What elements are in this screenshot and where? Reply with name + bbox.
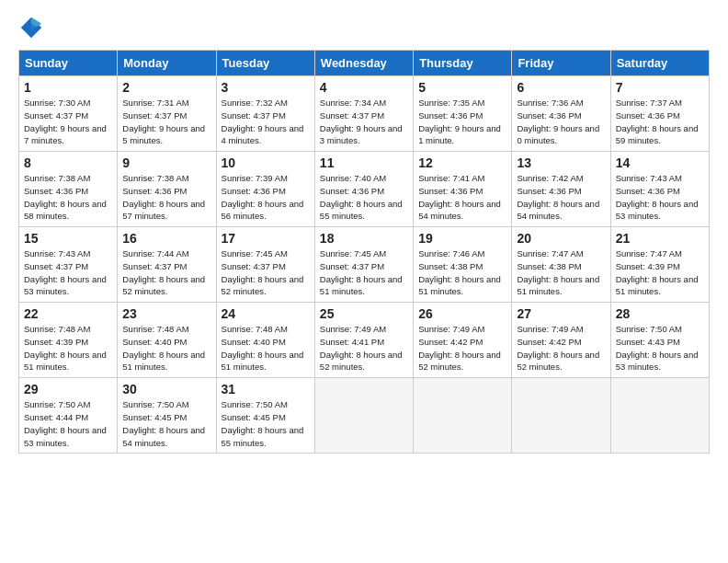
day-number: 31 bbox=[222, 382, 310, 396]
calendar-cell: 2 Sunrise: 7:31 AM Sunset: 4:37 PM Dayli… bbox=[118, 76, 216, 152]
day-detail: Sunrise: 7:39 AM Sunset: 4:36 PM Dayligh… bbox=[222, 172, 310, 223]
day-number: 29 bbox=[24, 382, 112, 396]
calendar-cell: 4 Sunrise: 7:34 AM Sunset: 4:37 PM Dayli… bbox=[314, 76, 413, 152]
calendar-cell: 3 Sunrise: 7:32 AM Sunset: 4:37 PM Dayli… bbox=[216, 76, 314, 152]
day-detail: Sunrise: 7:43 AM Sunset: 4:36 PM Dayligh… bbox=[616, 172, 704, 223]
calendar-cell: 1 Sunrise: 7:30 AM Sunset: 4:37 PM Dayli… bbox=[19, 76, 118, 152]
calendar-header-row: SundayMondayTuesdayWednesdayThursdayFrid… bbox=[19, 51, 710, 76]
calendar-week-1: 1 Sunrise: 7:30 AM Sunset: 4:37 PM Dayli… bbox=[19, 76, 710, 152]
day-detail: Sunrise: 7:34 AM Sunset: 4:37 PM Dayligh… bbox=[320, 97, 408, 147]
calendar-cell: 18 Sunrise: 7:45 AM Sunset: 4:37 PM Dayl… bbox=[314, 227, 413, 303]
day-number: 3 bbox=[222, 80, 310, 95]
calendar-cell bbox=[414, 378, 512, 454]
calendar-cell: 26 Sunrise: 7:49 AM Sunset: 4:42 PM Dayl… bbox=[414, 303, 512, 378]
day-detail: Sunrise: 7:50 AM Sunset: 4:45 PM Dayligh… bbox=[122, 398, 210, 449]
day-number: 9 bbox=[122, 155, 210, 170]
day-detail: Sunrise: 7:37 AM Sunset: 4:36 PM Dayligh… bbox=[616, 97, 704, 147]
calendar-cell: 12 Sunrise: 7:41 AM Sunset: 4:36 PM Dayl… bbox=[414, 152, 512, 227]
calendar-week-3: 15 Sunrise: 7:43 AM Sunset: 4:37 PM Dayl… bbox=[19, 227, 710, 303]
calendar-cell: 19 Sunrise: 7:46 AM Sunset: 4:38 PM Dayl… bbox=[414, 227, 512, 303]
day-detail: Sunrise: 7:40 AM Sunset: 4:36 PM Dayligh… bbox=[320, 172, 408, 223]
calendar-cell: 13 Sunrise: 7:42 AM Sunset: 4:36 PM Dayl… bbox=[512, 152, 610, 227]
calendar-cell bbox=[610, 378, 709, 454]
header bbox=[18, 15, 710, 40]
calendar-cell: 24 Sunrise: 7:48 AM Sunset: 4:40 PM Dayl… bbox=[216, 303, 314, 378]
day-detail: Sunrise: 7:46 AM Sunset: 4:38 PM Dayligh… bbox=[418, 247, 506, 298]
day-number: 18 bbox=[320, 231, 408, 246]
day-detail: Sunrise: 7:49 AM Sunset: 4:41 PM Dayligh… bbox=[320, 323, 408, 373]
day-detail: Sunrise: 7:35 AM Sunset: 4:36 PM Dayligh… bbox=[418, 97, 506, 147]
calendar-cell: 11 Sunrise: 7:40 AM Sunset: 4:36 PM Dayl… bbox=[314, 152, 413, 227]
logo-icon bbox=[18, 15, 44, 40]
day-detail: Sunrise: 7:48 AM Sunset: 4:39 PM Dayligh… bbox=[24, 323, 112, 373]
calendar-cell: 17 Sunrise: 7:45 AM Sunset: 4:37 PM Dayl… bbox=[216, 227, 314, 303]
calendar-week-2: 8 Sunrise: 7:38 AM Sunset: 4:36 PM Dayli… bbox=[19, 152, 710, 227]
day-detail: Sunrise: 7:49 AM Sunset: 4:42 PM Dayligh… bbox=[517, 323, 605, 373]
day-number: 20 bbox=[517, 231, 605, 246]
calendar-body: 1 Sunrise: 7:30 AM Sunset: 4:37 PM Dayli… bbox=[19, 76, 710, 454]
day-number: 10 bbox=[222, 155, 310, 170]
page: SundayMondayTuesdayWednesdayThursdayFrid… bbox=[0, 0, 728, 463]
calendar-cell: 5 Sunrise: 7:35 AM Sunset: 4:36 PM Dayli… bbox=[414, 76, 512, 152]
day-detail: Sunrise: 7:48 AM Sunset: 4:40 PM Dayligh… bbox=[222, 323, 310, 373]
day-number: 4 bbox=[320, 80, 408, 95]
day-number: 1 bbox=[24, 80, 112, 95]
calendar-header-tuesday: Tuesday bbox=[216, 51, 314, 76]
calendar-header-sunday: Sunday bbox=[19, 51, 118, 76]
day-detail: Sunrise: 7:41 AM Sunset: 4:36 PM Dayligh… bbox=[418, 172, 506, 223]
calendar-cell bbox=[314, 378, 413, 454]
day-number: 24 bbox=[222, 306, 310, 321]
day-detail: Sunrise: 7:38 AM Sunset: 4:36 PM Dayligh… bbox=[122, 172, 210, 223]
day-number: 5 bbox=[418, 80, 506, 95]
day-number: 22 bbox=[24, 306, 112, 321]
day-detail: Sunrise: 7:48 AM Sunset: 4:40 PM Dayligh… bbox=[122, 323, 210, 373]
day-detail: Sunrise: 7:43 AM Sunset: 4:37 PM Dayligh… bbox=[24, 247, 112, 298]
day-detail: Sunrise: 7:50 AM Sunset: 4:45 PM Dayligh… bbox=[222, 398, 310, 449]
day-number: 11 bbox=[320, 155, 408, 170]
calendar-header-saturday: Saturday bbox=[610, 51, 709, 76]
day-detail: Sunrise: 7:32 AM Sunset: 4:37 PM Dayligh… bbox=[222, 97, 310, 147]
day-number: 14 bbox=[616, 155, 704, 170]
calendar-cell: 16 Sunrise: 7:44 AM Sunset: 4:37 PM Dayl… bbox=[118, 227, 216, 303]
day-detail: Sunrise: 7:30 AM Sunset: 4:37 PM Dayligh… bbox=[24, 97, 112, 147]
day-detail: Sunrise: 7:31 AM Sunset: 4:37 PM Dayligh… bbox=[122, 97, 210, 147]
calendar-cell: 6 Sunrise: 7:36 AM Sunset: 4:36 PM Dayli… bbox=[512, 76, 610, 152]
day-number: 27 bbox=[517, 306, 605, 321]
day-detail: Sunrise: 7:45 AM Sunset: 4:37 PM Dayligh… bbox=[320, 247, 408, 298]
day-detail: Sunrise: 7:49 AM Sunset: 4:42 PM Dayligh… bbox=[418, 323, 506, 373]
day-detail: Sunrise: 7:36 AM Sunset: 4:36 PM Dayligh… bbox=[517, 97, 605, 147]
calendar-cell: 7 Sunrise: 7:37 AM Sunset: 4:36 PM Dayli… bbox=[610, 76, 709, 152]
calendar-cell: 9 Sunrise: 7:38 AM Sunset: 4:36 PM Dayli… bbox=[118, 152, 216, 227]
calendar-cell: 8 Sunrise: 7:38 AM Sunset: 4:36 PM Dayli… bbox=[19, 152, 118, 227]
day-detail: Sunrise: 7:44 AM Sunset: 4:37 PM Dayligh… bbox=[122, 247, 210, 298]
day-detail: Sunrise: 7:38 AM Sunset: 4:36 PM Dayligh… bbox=[24, 172, 112, 223]
calendar-cell: 14 Sunrise: 7:43 AM Sunset: 4:36 PM Dayl… bbox=[610, 152, 709, 227]
calendar-cell: 22 Sunrise: 7:48 AM Sunset: 4:39 PM Dayl… bbox=[19, 303, 118, 378]
calendar-cell: 21 Sunrise: 7:47 AM Sunset: 4:39 PM Dayl… bbox=[610, 227, 709, 303]
calendar-cell bbox=[512, 378, 610, 454]
day-number: 28 bbox=[616, 306, 704, 321]
day-number: 30 bbox=[122, 382, 210, 396]
calendar-cell: 31 Sunrise: 7:50 AM Sunset: 4:45 PM Dayl… bbox=[216, 378, 314, 454]
day-number: 16 bbox=[122, 231, 210, 246]
day-number: 6 bbox=[517, 80, 605, 95]
calendar-cell: 15 Sunrise: 7:43 AM Sunset: 4:37 PM Dayl… bbox=[19, 227, 118, 303]
calendar-cell: 28 Sunrise: 7:50 AM Sunset: 4:43 PM Dayl… bbox=[610, 303, 709, 378]
logo bbox=[18, 15, 48, 40]
day-detail: Sunrise: 7:47 AM Sunset: 4:38 PM Dayligh… bbox=[517, 247, 605, 298]
calendar-cell: 27 Sunrise: 7:49 AM Sunset: 4:42 PM Dayl… bbox=[512, 303, 610, 378]
day-number: 2 bbox=[122, 80, 210, 95]
calendar-header-friday: Friday bbox=[512, 51, 610, 76]
calendar-cell: 30 Sunrise: 7:50 AM Sunset: 4:45 PM Dayl… bbox=[118, 378, 216, 454]
day-number: 13 bbox=[517, 155, 605, 170]
calendar-table: SundayMondayTuesdayWednesdayThursdayFrid… bbox=[18, 50, 710, 454]
day-number: 15 bbox=[24, 231, 112, 246]
calendar-week-5: 29 Sunrise: 7:50 AM Sunset: 4:44 PM Dayl… bbox=[19, 378, 710, 454]
calendar-cell: 25 Sunrise: 7:49 AM Sunset: 4:41 PM Dayl… bbox=[314, 303, 413, 378]
calendar-header-thursday: Thursday bbox=[414, 51, 512, 76]
day-number: 8 bbox=[24, 155, 112, 170]
calendar-header-wednesday: Wednesday bbox=[314, 51, 413, 76]
calendar-week-4: 22 Sunrise: 7:48 AM Sunset: 4:39 PM Dayl… bbox=[19, 303, 710, 378]
day-number: 17 bbox=[222, 231, 310, 246]
calendar-cell: 10 Sunrise: 7:39 AM Sunset: 4:36 PM Dayl… bbox=[216, 152, 314, 227]
